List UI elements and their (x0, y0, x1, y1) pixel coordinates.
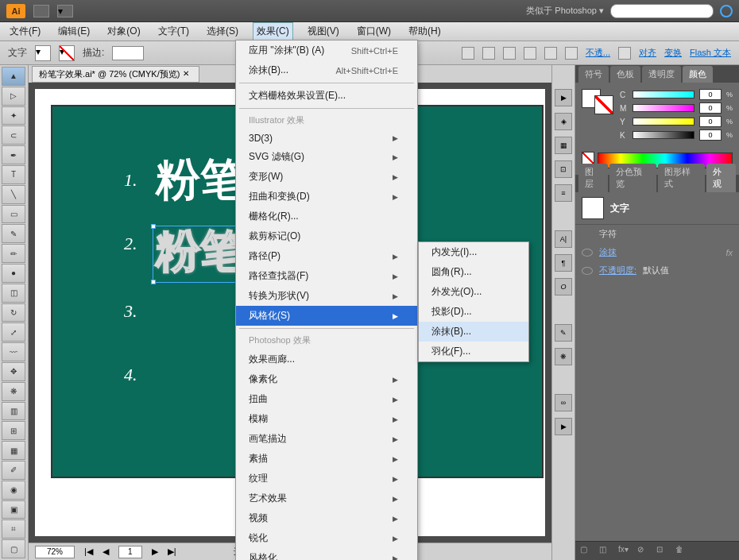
type-tool[interactable]: T (2, 165, 25, 184)
tab-symbol[interactable]: 符号 (578, 66, 609, 83)
submenu-feather[interactable]: 羽化(F)... (419, 342, 528, 361)
slice-tool[interactable]: ⌗ (2, 519, 25, 539)
menu-convert-shape[interactable]: 转换为形状(V)▶ (236, 286, 417, 306)
y-slider[interactable] (633, 118, 695, 126)
opacity-link[interactable]: 不透明度: (599, 265, 636, 276)
stroke-width-input[interactable] (112, 46, 144, 60)
align-link[interactable]: 对齐 (639, 47, 656, 59)
tab-layers[interactable]: 图层 (578, 164, 608, 192)
menu-pixelate[interactable]: 像素化▶ (236, 369, 417, 389)
menu-stylize-ai[interactable]: 风格化(S)▶ (236, 306, 417, 326)
submenu-scribble[interactable]: 涂抹(B)... (419, 322, 528, 342)
brush-tool[interactable]: ✎ (2, 224, 25, 243)
menu-path[interactable]: 路径(P)▶ (236, 246, 417, 266)
tab-styles[interactable]: 图形样式 (658, 164, 705, 192)
artboard-tool[interactable]: ▢ (2, 539, 25, 558)
menu-sketch[interactable]: 素描▶ (236, 449, 417, 469)
submenu-inner-glow[interactable]: 内发光(I)... (419, 242, 528, 262)
brush-panel-icon[interactable]: ✎ (555, 324, 572, 342)
menu-distort-transform[interactable]: 扭曲和变换(D)▶ (236, 187, 417, 207)
menu-3d[interactable]: 3D(3)▶ (236, 129, 417, 147)
submenu-outer-glow[interactable]: 外发光(O)... (419, 282, 528, 302)
menu-svg[interactable]: SVG 滤镜(G)▶ (236, 147, 417, 167)
stroke-box[interactable] (594, 95, 613, 114)
align-icon[interactable] (565, 47, 578, 60)
tab-appearance[interactable]: 外观 (706, 164, 736, 192)
scribble-effect-link[interactable]: 涂抹 (599, 246, 617, 258)
menu-object[interactable]: 对象(O) (104, 23, 143, 40)
action-panel-icon[interactable]: ▶ (555, 418, 572, 435)
menu-warp[interactable]: 变形(W)▶ (236, 167, 417, 187)
align-icon[interactable] (524, 47, 536, 60)
menu-video[interactable]: 视频▶ (236, 508, 417, 528)
appearance-row-scribble[interactable]: 涂抹 fx (575, 243, 739, 261)
m-value[interactable] (699, 102, 722, 114)
symbol-tool[interactable]: ❋ (2, 382, 25, 401)
menu-crop-marks[interactable]: 裁剪标记(O) (236, 226, 417, 246)
duplicate-icon[interactable]: ⊡ (656, 545, 669, 558)
pencil-tool[interactable]: ✏ (2, 244, 25, 263)
nav-next-icon[interactable]: ▶ (152, 546, 158, 557)
tab-separations[interactable]: 分色预览 (609, 164, 656, 192)
eyedropper-tool[interactable]: ✐ (2, 461, 25, 480)
tab-swatch[interactable]: 色板 (610, 66, 640, 83)
fill-swatch[interactable]: ▾ (35, 45, 51, 61)
rotate-tool[interactable]: ↻ (2, 303, 25, 322)
clear-icon[interactable]: ⊘ (637, 545, 650, 558)
flash-text-link[interactable]: Flash 文本 (690, 47, 731, 59)
menu-apply-last[interactable]: 应用 "涂抹"(B) (A)Shift+Ctrl+E (236, 41, 417, 60)
stroke-swatch[interactable]: ▾ (59, 45, 75, 61)
recolor-icon[interactable] (618, 47, 631, 60)
align-icon[interactable] (503, 47, 516, 60)
k-value[interactable] (699, 129, 722, 141)
transform-link[interactable]: 变换 (664, 47, 682, 59)
warp-tool[interactable]: 〰 (2, 342, 25, 361)
lasso-tool[interactable]: ⊂ (2, 126, 25, 145)
menu-artistic[interactable]: 艺术效果▶ (236, 489, 417, 508)
pen-tool[interactable]: ✒ (2, 145, 25, 164)
c-slider[interactable] (633, 91, 695, 98)
menu-stylize-ps[interactable]: 风格化▶ (236, 548, 417, 560)
search-input[interactable] (610, 4, 714, 18)
tab-transparency[interactable]: 透明度 (642, 66, 681, 83)
line-tool[interactable]: ╲ (2, 185, 25, 204)
c-value[interactable] (699, 89, 722, 100)
arrange-icon[interactable]: ▾ (57, 5, 73, 17)
free-transform-tool[interactable]: ✥ (2, 362, 25, 381)
menu-window[interactable]: 窗口(W) (354, 23, 394, 40)
menu-last-effect[interactable]: 涂抹(B)...Alt+Shift+Ctrl+E (236, 60, 417, 80)
eraser-tool[interactable]: ◫ (2, 284, 25, 303)
panel-icon[interactable]: ▦ (555, 137, 572, 154)
panel-icon[interactable]: ≡ (555, 184, 572, 202)
menu-distort-ps[interactable]: 扭曲▶ (236, 389, 417, 409)
livepaint-tool[interactable]: ▣ (2, 500, 25, 519)
menu-brush-strokes[interactable]: 画笔描边▶ (236, 429, 417, 449)
new-stroke-icon[interactable]: ◫ (599, 545, 612, 558)
menu-file[interactable]: 文件(F) (6, 23, 44, 40)
menu-type[interactable]: 文字(T) (155, 23, 192, 40)
blob-tool[interactable]: ● (2, 264, 25, 283)
menu-rasterize[interactable]: 栅格化(R)... (236, 207, 417, 226)
menu-select[interactable]: 选择(S) (203, 23, 242, 40)
artboard-nav-input[interactable] (118, 546, 142, 558)
appearance-row-char[interactable]: 字符 (575, 225, 739, 243)
visibility-eye-icon[interactable] (582, 249, 593, 257)
opentype-panel-icon[interactable]: O (555, 278, 572, 295)
menu-effect[interactable]: 效果(C) (253, 22, 293, 41)
document-tab[interactable]: 粉笔字效果.ai* @ 72% (CMYK/预览) ✕ (32, 66, 199, 83)
opacity-link[interactable]: 不透... (586, 47, 610, 59)
menu-pathfinder[interactable]: 路径查找器(F)▶ (236, 266, 417, 286)
direct-select-tool[interactable]: ▷ (2, 87, 25, 106)
rect-tool[interactable]: ▭ (2, 205, 25, 224)
submenu-drop-shadow[interactable]: 投影(D)... (419, 302, 528, 322)
k-slider[interactable] (633, 131, 695, 139)
para-panel-icon[interactable]: ¶ (555, 254, 572, 272)
link-panel-icon[interactable]: ∞ (555, 394, 572, 411)
menu-texture[interactable]: 纹理▶ (236, 469, 417, 489)
selection-handle[interactable] (151, 224, 156, 229)
align-icon[interactable] (482, 47, 495, 60)
visibility-eye-icon[interactable] (582, 267, 593, 275)
menu-effect-gallery[interactable]: 效果画廊... (236, 350, 417, 369)
selection-handle[interactable] (151, 280, 156, 284)
panel-icon[interactable]: ▶ (555, 89, 572, 106)
